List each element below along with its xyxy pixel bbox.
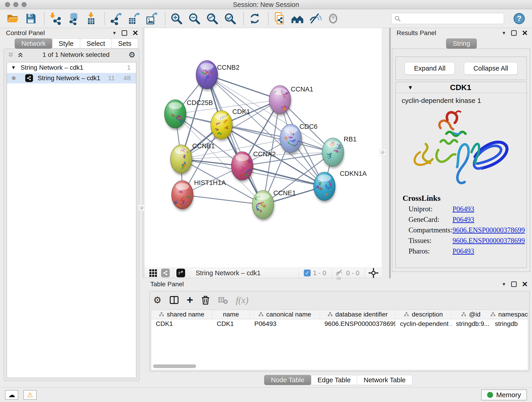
tab-edge-table[interactable]: Edge Table [311,375,357,385]
open-in-browser-icon[interactable] [177,269,185,277]
tab-node-table[interactable]: Node Table [264,375,311,385]
expand-all-button[interactable]: Expand All [405,62,455,75]
show-columns-icon[interactable] [169,295,179,305]
left-splitter[interactable] [143,28,144,278]
status-bar: ☁ ⚠ Memory [0,387,532,402]
delete-column-icon[interactable] [201,295,210,305]
expand-all-icon[interactable] [17,51,24,58]
table-panel-float-icon[interactable] [511,281,517,287]
tab-select[interactable]: Select [80,38,112,49]
column-header[interactable]: canonical name [250,310,320,319]
right-splitter-handle[interactable] [380,149,386,155]
string-results-box: Expand All Collapse All ▼ CDK1 cyclin-de… [392,49,530,272]
zoom-selected-icon[interactable] [224,12,236,25]
zoom-in-icon[interactable] [170,12,183,25]
zoom-fit-icon[interactable] [206,12,219,25]
tab-network[interactable]: Network [15,38,52,49]
column-header[interactable]: description [395,310,451,319]
first-neighbors-icon[interactable] [291,12,304,25]
results-panel-float-icon[interactable] [511,30,517,36]
crosslink-link[interactable]: P06493 [452,205,474,213]
function-builder-icon[interactable]: f(x) [236,295,249,306]
svg-text:CDKN1A: CDKN1A [340,170,367,177]
open-session-icon[interactable] [6,12,19,25]
column-type-icon [461,312,466,317]
toolbar-separator [165,12,165,25]
results-panel-collapse-icon[interactable]: ▼ [501,31,506,36]
column-header[interactable]: shared name [151,310,212,319]
table-settings-gear-icon[interactable]: ⚙ [153,295,162,305]
show-all-icon[interactable] [327,12,340,25]
results-panel-close-icon[interactable]: ✕ [522,30,528,36]
column-header[interactable]: namespac [490,310,528,319]
crosslink-link[interactable]: P06493 [452,247,474,255]
hidden-eye-icon[interactable] [335,269,344,277]
collapse-all-button[interactable]: Collapse All [464,62,518,75]
network-row[interactable]: String Network – cdk1 11 48 [7,73,136,83]
svg-text:CCNB2: CCNB2 [217,64,239,71]
horizontal-scrollbar[interactable] [153,364,196,368]
table-cell[interactable]: stringdb [490,319,528,329]
network-options-gear-icon[interactable]: ⚙ [128,50,135,59]
control-panel-collapse-icon[interactable]: ▼ [112,31,117,36]
import-table-from-file-icon[interactable] [85,12,98,25]
export-image-icon[interactable] [145,12,158,25]
delete-table-icon[interactable] [218,295,228,305]
memory-button[interactable]: Memory [481,389,527,400]
zoom-out-icon[interactable] [188,12,201,25]
table-panel-collapse-icon[interactable]: ▼ [501,282,506,287]
crosslinks-title: CrossLinks [403,194,526,203]
export-network-icon[interactable] [109,12,122,25]
search-input[interactable] [403,15,499,22]
table-cell[interactable]: 9606.ENSP00000378699 [320,319,395,329]
tab-style[interactable]: Style [52,38,80,49]
tab-network-table[interactable]: Network Table [357,375,412,385]
network-canvas[interactable]: CCNB2CCNA1CDC25BCDK1CDC6RB1CCNB1CCNA2CDK… [144,28,382,268]
tab-string[interactable]: String [446,38,477,49]
table-panel-splitter-handle[interactable] [336,277,341,280]
column-header[interactable]: database identifier [320,310,395,319]
warnings-button[interactable]: ⚠ [23,390,37,400]
search-box[interactable] [391,13,504,24]
add-column-icon[interactable]: + [187,295,193,305]
save-session-icon[interactable] [24,12,37,25]
fit-selected-crosshair-icon[interactable] [368,268,379,278]
crosslink-link[interactable]: 9606.ENSP00000378699 [452,226,525,234]
import-network-from-file-icon[interactable] [49,12,62,25]
table-panel-close-icon[interactable]: ✕ [522,281,528,287]
crosslink-link[interactable]: P06493 [452,216,474,224]
table-cell[interactable]: CDK1 [212,319,250,329]
new-network-from-selection-icon[interactable] [273,12,286,25]
collapse-all-icon[interactable] [7,51,14,58]
tab-sets[interactable]: Sets [111,38,138,49]
refresh-view-icon[interactable] [248,12,261,25]
table-cell[interactable]: stringdb:9... [451,319,490,329]
application-window: Session: New Session [0,0,532,402]
left-splitter-handle[interactable] [138,204,145,211]
title-bar: Session: New Session [0,0,532,9]
table-row[interactable]: CDK1 CDK1 P06493 9606.ENSP00000378699 cy… [151,319,528,329]
column-header[interactable]: name [212,310,250,319]
network-share-icon[interactable] [161,269,170,277]
import-network-from-database-icon[interactable] [67,12,80,25]
tree-expand-icon[interactable]: ▼ [11,65,16,70]
birdseye-grid-icon[interactable] [149,269,157,277]
table-cell[interactable]: cyclin-dependent ... [395,319,451,329]
help-icon[interactable]: ? [513,13,525,25]
export-table-icon[interactable] [127,12,140,25]
table-cell[interactable]: CDK1 [151,319,212,329]
hide-selected-icon[interactable] [309,12,322,25]
crosslink-row: Uniprot: P06493 [409,205,526,213]
selected-nodes-checkbox[interactable]: ✓ [304,269,311,276]
cloud-button[interactable]: ☁ [5,390,18,400]
gene-detail-header[interactable]: ▼ CDK1 [396,82,526,93]
control-panel-float-icon[interactable] [122,30,127,36]
node-table[interactable]: shared name name canonical name database… [151,310,528,370]
gene-collapse-icon[interactable]: ▼ [408,84,413,91]
table-cell[interactable]: P06493 [250,319,320,329]
crosslink-link[interactable]: 9606.ENSP00000378699 [452,236,525,245]
network-graph[interactable]: CCNB2CCNA1CDC25BCDK1CDC6RB1CCNB1CCNA2CDK… [144,28,382,268]
network-collection-row[interactable]: ▼ String Network – cdk1 1 [7,62,136,73]
control-panel-close-icon[interactable]: ✕ [132,30,138,36]
column-header[interactable]: @id [451,310,490,319]
